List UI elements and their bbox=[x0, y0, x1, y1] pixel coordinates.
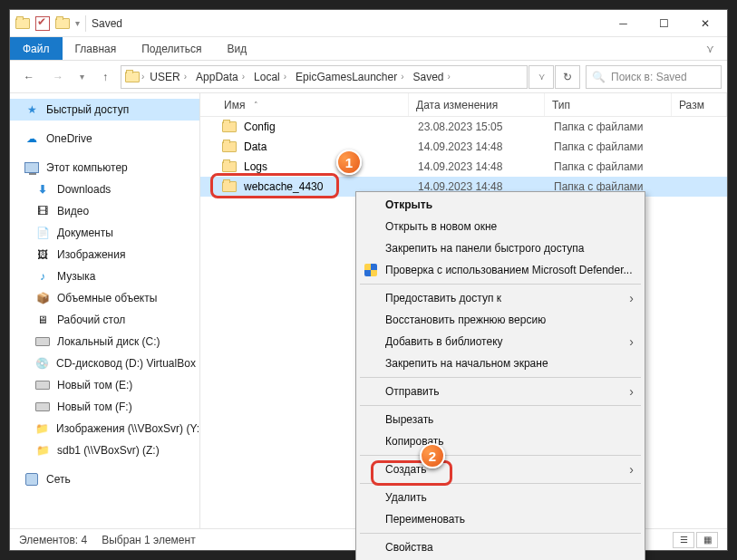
folder-icon bbox=[222, 121, 237, 132]
titlebar: ▾ Saved ─ ☐ ✕ bbox=[10, 10, 727, 37]
tab-view[interactable]: Вид bbox=[214, 37, 259, 60]
video-icon: 🎞 bbox=[35, 204, 50, 218]
sidebar-quick-access[interactable]: ★ Быстрый доступ bbox=[10, 99, 199, 121]
sidebar-item-label: Локальный диск (C:) bbox=[57, 335, 160, 348]
context-menu: Открыть Открыть в новом окне Закрепить н… bbox=[355, 191, 645, 560]
history-dropdown-icon[interactable]: ▾ bbox=[73, 64, 90, 90]
sidebar-item[interactable]: ⬇Downloads bbox=[10, 179, 199, 200]
file-type: Папка с файлами bbox=[547, 121, 674, 133]
back-button[interactable]: ← bbox=[15, 64, 43, 90]
ctx-cut[interactable]: Вырезать bbox=[358, 409, 643, 430]
table-row[interactable]: Config 23.08.2023 15:05 Папка с файлами bbox=[200, 117, 727, 137]
folder-icon bbox=[222, 141, 237, 152]
minimize-button[interactable]: ─ bbox=[603, 10, 644, 36]
sidebar-onedrive[interactable]: ☁ OneDrive bbox=[10, 128, 199, 150]
chevron-right-icon[interactable]: › bbox=[141, 72, 144, 82]
pc-icon bbox=[24, 160, 39, 175]
ctx-send-to[interactable]: Отправить bbox=[358, 381, 643, 402]
ctx-open-new[interactable]: Открыть в новом окне bbox=[358, 216, 643, 237]
file-name: webcache_4430 bbox=[244, 180, 323, 193]
sidebar-item-label: Видео bbox=[57, 205, 89, 217]
ctx-give-access[interactable]: Предоставить доступ к bbox=[358, 287, 643, 309]
address-dropdown-icon[interactable]: ⋎ bbox=[529, 65, 554, 89]
ribbon-expand-icon[interactable]: ⋎ bbox=[693, 37, 727, 60]
qat-checkbox-icon[interactable] bbox=[35, 16, 50, 31]
ctx-open[interactable]: Открыть bbox=[358, 194, 643, 216]
col-date[interactable]: Дата изменения bbox=[409, 93, 545, 116]
sidebar-item[interactable]: 💿CD-дисковод (D:) VirtualBox bbox=[10, 352, 199, 374]
search-box[interactable]: 🔍 Поиск в: Saved bbox=[586, 65, 722, 89]
sidebar-item[interactable]: 🖥Рабочий стол bbox=[10, 309, 199, 331]
sort-asc-icon: ˄ bbox=[254, 101, 258, 110]
ctx-delete[interactable]: Удалить bbox=[358, 487, 643, 508]
column-headers: Имя˄ Дата изменения Тип Разм bbox=[200, 93, 727, 117]
cloud-icon: ☁ bbox=[24, 131, 39, 146]
sidebar-item-label: CD-дисковод (D:) VirtualBox bbox=[56, 357, 196, 370]
file-name: Data bbox=[244, 140, 267, 153]
sidebar-item-label: Этот компьютер bbox=[46, 161, 128, 174]
ctx-create[interactable]: Создать bbox=[358, 459, 643, 480]
refresh-button[interactable]: ↻ bbox=[555, 65, 580, 89]
sidebar-item-label: OneDrive bbox=[46, 132, 92, 145]
ctx-copy[interactable]: Копировать bbox=[358, 430, 643, 452]
up-button[interactable]: ↑ bbox=[92, 64, 119, 90]
ctx-restore[interactable]: Восстановить прежнюю версию bbox=[358, 309, 643, 331]
table-row[interactable]: Data 14.09.2023 14:48 Папка с файлами bbox=[200, 137, 727, 157]
ctx-rename[interactable]: Переименовать bbox=[358, 508, 643, 530]
table-row[interactable]: Logs 14.09.2023 14:48 Папка с файлами bbox=[200, 157, 727, 177]
tab-share[interactable]: Поделиться bbox=[129, 37, 214, 60]
sidebar-item[interactable]: Локальный диск (C:) bbox=[10, 331, 199, 352]
ctx-pin-quick[interactable]: Закрепить на панели быстрого доступа bbox=[358, 237, 643, 259]
maximize-button[interactable]: ☐ bbox=[644, 10, 684, 36]
sidebar-item[interactable]: Новый том (F:) bbox=[10, 396, 199, 418]
sidebar-item[interactable]: 🎞Видео bbox=[10, 200, 199, 222]
sidebar-item-label: Изображения (\\VBoxSvr) (Y:) bbox=[56, 422, 200, 435]
view-icons-button[interactable]: ▦ bbox=[696, 532, 718, 548]
sidebar-item[interactable]: 📁Изображения (\\VBoxSvr) (Y:) bbox=[10, 418, 199, 439]
qat-folder-icon[interactable] bbox=[55, 18, 70, 29]
sidebar-item[interactable]: Новый том (E:) bbox=[10, 374, 199, 396]
ctx-properties[interactable]: Свойства bbox=[358, 536, 643, 558]
close-button[interactable]: ✕ bbox=[684, 10, 725, 36]
col-size[interactable]: Разм bbox=[672, 93, 727, 116]
sidebar-item[interactable]: 🖼Изображения bbox=[10, 244, 199, 266]
sidebar-item[interactable]: 📄Документы bbox=[10, 222, 199, 244]
sidebar-item-label: Быстрый доступ bbox=[46, 103, 129, 116]
nav-row: ← → ▾ ↑ › USER› AppData› Local› EpicGame… bbox=[10, 61, 727, 93]
window-controls: ─ ☐ ✕ bbox=[603, 10, 725, 36]
status-selected: Выбран 1 элемент bbox=[102, 534, 195, 546]
qat-dropdown-icon[interactable]: ▾ bbox=[75, 18, 80, 28]
ctx-separator bbox=[360, 533, 641, 534]
address-bar[interactable]: › USER› AppData› Local› EpicGamesLaunche… bbox=[121, 65, 528, 89]
ribbon-tabs: Файл Главная Поделиться Вид ⋎ bbox=[10, 37, 727, 61]
file-date: 14.09.2023 14:48 bbox=[411, 140, 547, 153]
view-details-button[interactable]: ☰ bbox=[673, 532, 694, 548]
forward-button[interactable]: → bbox=[44, 64, 72, 90]
sidebar-item-label: Новый том (E:) bbox=[57, 379, 132, 391]
crumb-egl: EpicGamesLauncher› bbox=[292, 66, 407, 88]
col-type[interactable]: Тип bbox=[545, 93, 672, 116]
tab-file[interactable]: Файл bbox=[10, 37, 63, 60]
sidebar-network[interactable]: Сеть bbox=[10, 468, 199, 490]
ctx-separator bbox=[360, 377, 641, 378]
shield-icon bbox=[364, 263, 378, 277]
cd-icon: 💿 bbox=[35, 356, 49, 371]
folder-icon bbox=[222, 181, 237, 192]
sidebar-item-label: Downloads bbox=[57, 183, 111, 196]
ctx-pin-start[interactable]: Закрепить на начальном экране bbox=[358, 352, 643, 374]
crumb-local: Local› bbox=[250, 66, 290, 88]
col-name[interactable]: Имя˄ bbox=[200, 93, 409, 116]
sidebar-this-pc[interactable]: Этот компьютер bbox=[10, 157, 199, 179]
view-switcher: ☰ ▦ bbox=[673, 532, 718, 548]
tab-home[interactable]: Главная bbox=[63, 37, 130, 60]
status-elements: Элементов: 4 bbox=[19, 534, 87, 546]
sidebar-item[interactable]: 📦Объемные объекты bbox=[10, 287, 199, 309]
sidebar-item-label: Объемные объекты bbox=[57, 292, 157, 304]
ctx-add-library[interactable]: Добавить в библиотеку bbox=[358, 331, 643, 352]
sidebar-item-label: Документы bbox=[57, 227, 113, 239]
file-name: Config bbox=[244, 121, 276, 133]
sidebar-item[interactable]: 📁sdb1 (\\VBoxSvr) (Z:) bbox=[10, 439, 199, 461]
ctx-defender[interactable]: Проверка с использованием Microsoft Defe… bbox=[358, 259, 643, 281]
ctx-separator bbox=[360, 284, 641, 285]
sidebar-item[interactable]: ♪Музыка bbox=[10, 266, 199, 287]
